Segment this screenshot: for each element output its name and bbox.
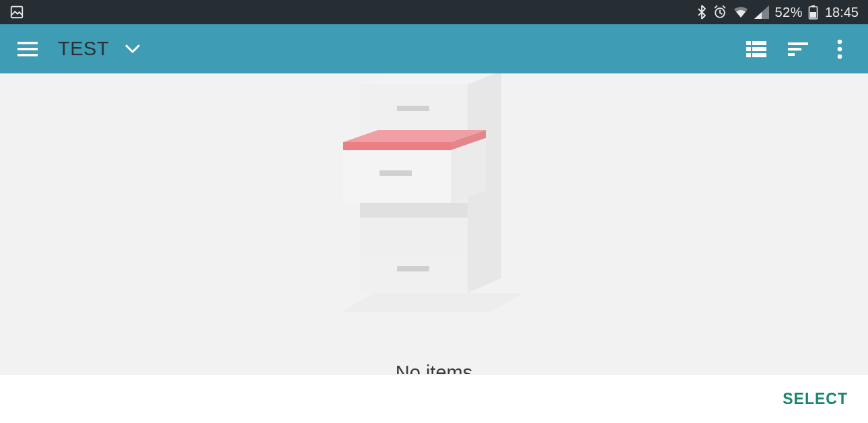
svg-rect-29	[343, 150, 451, 203]
svg-rect-8	[746, 41, 751, 45]
svg-rect-6	[17, 48, 38, 51]
svg-rect-31	[379, 170, 412, 176]
wifi-icon	[733, 5, 749, 19]
svg-rect-9	[752, 41, 766, 45]
svg-rect-5	[17, 42, 38, 44]
app-bar: TEST	[0, 24, 868, 73]
svg-rect-14	[788, 42, 808, 45]
svg-rect-25	[397, 106, 429, 111]
svg-rect-33	[360, 218, 468, 255]
svg-rect-3	[811, 5, 815, 7]
svg-marker-20	[342, 293, 523, 312]
svg-marker-27	[343, 142, 451, 150]
menu-button[interactable]	[16, 38, 39, 61]
svg-point-18	[838, 46, 842, 51]
clock-time: 18:45	[825, 5, 859, 20]
svg-rect-15	[788, 48, 801, 51]
select-button[interactable]: SELECT	[783, 390, 848, 408]
svg-rect-4	[810, 12, 816, 18]
status-bar: 52% 18:45	[0, 0, 868, 24]
overflow-menu-button[interactable]	[824, 33, 856, 65]
main-content: No items	[0, 73, 868, 374]
battery-icon	[808, 5, 818, 20]
svg-rect-11	[752, 47, 766, 51]
battery-percent: 52%	[774, 5, 803, 20]
alarm-icon	[713, 5, 727, 20]
bluetooth-icon	[696, 5, 707, 20]
app-title: TEST	[58, 38, 109, 60]
empty-state-message: No items	[396, 362, 472, 374]
view-list-button[interactable]	[740, 33, 772, 65]
svg-rect-7	[17, 54, 38, 57]
empty-cabinet-icon	[330, 73, 538, 343]
svg-rect-13	[752, 53, 766, 57]
svg-rect-34	[360, 255, 468, 293]
bottom-bar: SELECT	[0, 374, 868, 423]
cellular-signal-icon	[754, 5, 769, 19]
svg-rect-10	[746, 47, 751, 51]
sort-button[interactable]	[782, 33, 814, 65]
svg-point-17	[838, 39, 842, 44]
svg-rect-16	[788, 53, 795, 56]
svg-rect-32	[360, 203, 468, 218]
image-icon	[9, 5, 24, 20]
svg-point-19	[838, 54, 842, 59]
svg-rect-12	[746, 53, 751, 57]
title-dropdown[interactable]	[125, 44, 140, 54]
svg-rect-35	[397, 266, 429, 271]
svg-rect-0	[11, 7, 23, 18]
